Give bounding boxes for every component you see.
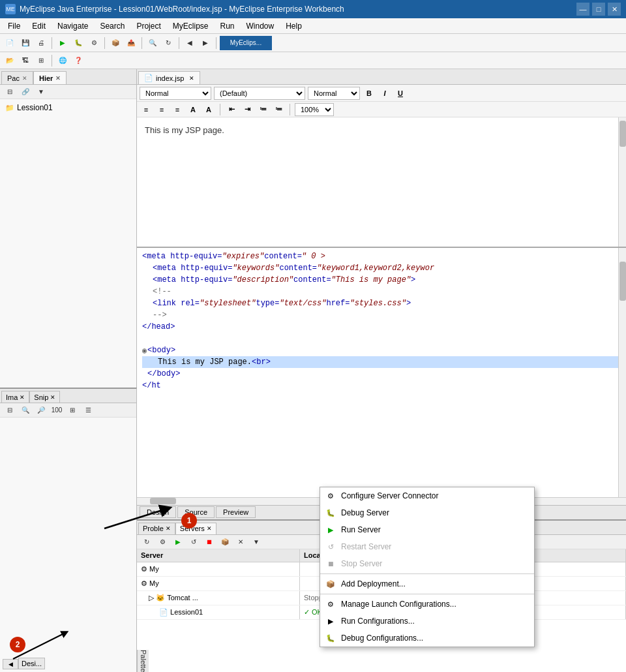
zoom-select[interactable]: 100% (295, 103, 334, 116)
debug-button[interactable]: 🐛 (71, 36, 85, 50)
tab-images[interactable]: Ima ✕ (1, 391, 29, 403)
menu-search[interactable]: Search (95, 20, 130, 32)
h-scroll-thumb[interactable] (150, 498, 176, 504)
menu-edit[interactable]: Edit (27, 20, 51, 32)
back-button[interactable]: ◀ (183, 36, 197, 50)
close-ima-tab[interactable]: ✕ (20, 394, 25, 401)
servers-deploy-btn[interactable]: 📦 (218, 534, 232, 549)
bl-btn6[interactable]: ☰ (81, 403, 95, 418)
search-button[interactable]: 🔍 (145, 36, 160, 50)
source-view[interactable]: <meta http-equiv="expires" content=" 0 >… (137, 248, 626, 497)
menu-help[interactable]: Help (280, 20, 307, 32)
help-button[interactable]: ❓ (71, 53, 85, 68)
close-button[interactable]: ✕ (608, 3, 621, 16)
servers-run-btn[interactable]: ▶ (171, 534, 185, 549)
highlight-btn[interactable]: A (186, 103, 200, 116)
bl-btn1[interactable]: ⊟ (3, 403, 17, 418)
design-scroll-thumb[interactable] (619, 121, 626, 147)
open-type-button[interactable]: 📂 (3, 53, 17, 68)
servers-refresh-btn[interactable]: ↻ (140, 534, 154, 549)
close-servers-tab[interactable]: ✕ (207, 525, 212, 532)
source-line-4: <!-- (142, 286, 621, 298)
tab-snippets[interactable]: Snip ✕ (29, 391, 60, 403)
menu-run-configs[interactable]: ▶ Run Configurations... (320, 613, 534, 630)
palette-sidebar[interactable]: Palette (137, 650, 149, 672)
design-scrollbar[interactable] (618, 117, 626, 247)
close-pac-tab[interactable]: ✕ (22, 75, 27, 82)
window-controls[interactable]: — □ ✕ (576, 3, 621, 16)
forward-button[interactable]: ▶ (198, 36, 213, 50)
run-button[interactable]: ▶ (55, 36, 70, 50)
align-center-btn[interactable]: ≡ (155, 103, 168, 116)
servers-remove-btn[interactable]: ✕ (233, 534, 248, 549)
ol-btn[interactable]: ≔ (256, 103, 269, 116)
browse-button[interactable]: 🌐 (55, 53, 70, 68)
italic-button[interactable]: I (378, 87, 391, 100)
menu-run-server[interactable]: ▶ Run Server (320, 521, 534, 538)
font-family-dropdown[interactable]: (Default) (214, 87, 305, 100)
perspective-button[interactable]: ⊞ (34, 53, 48, 68)
editor-format-toolbar: Normal (Default) Normal B I U (137, 85, 626, 102)
deploy-button[interactable]: 📦 (108, 36, 123, 50)
menu-navigate[interactable]: Navigate (52, 20, 93, 32)
servers-restart-btn[interactable]: ↺ (186, 534, 201, 549)
preview-mode-tab[interactable]: Preview (216, 506, 256, 518)
ul-btn[interactable]: ≔ (272, 103, 285, 116)
close-snip-tab[interactable]: ✕ (50, 394, 55, 401)
maximize-button[interactable]: □ (592, 3, 605, 16)
menu-project[interactable]: Project (131, 20, 166, 32)
minimize-button[interactable]: — (576, 3, 589, 16)
design-tab-label[interactable]: Desi... (18, 658, 45, 669)
menu-debug-server[interactable]: 🐛 Debug Server (320, 504, 534, 521)
menu-debug-configs[interactable]: 🐛 Debug Configurations... (320, 630, 534, 647)
collapse-all-button[interactable]: ⊟ (3, 85, 17, 99)
menu-manage-launch[interactable]: ⚙ Manage Launch Configurations... (320, 596, 534, 613)
editor-tab-index-jsp[interactable]: 📄 index.jsp ✕ (138, 71, 200, 84)
print-button[interactable]: 🖨 (34, 36, 48, 50)
menu-myeclipse[interactable]: MyEclipse (168, 20, 214, 32)
tab-hierarchy[interactable]: Hier ✕ (33, 71, 67, 84)
link-editor-button[interactable]: 🔗 (18, 85, 33, 99)
tab-problems[interactable]: Proble ✕ (138, 523, 175, 534)
tree-item-lession01[interactable]: 📁 Lession01 (3, 102, 134, 114)
font-color-btn[interactable]: A (202, 103, 215, 116)
server-button[interactable]: ⚙ (87, 36, 101, 50)
style-dropdown-1[interactable]: Normal (140, 87, 211, 100)
style-dropdown-2[interactable]: Normal (308, 87, 360, 100)
menu-configure-server[interactable]: ⚙ Configure Server Connector (320, 487, 534, 504)
collapse-left-btn[interactable]: ◀ (3, 659, 18, 669)
save-button[interactable]: 💾 (18, 36, 33, 50)
servers-stop-btn[interactable]: ⏹ (202, 534, 216, 549)
outdent-btn[interactable]: ⇥ (241, 103, 254, 116)
align-right-btn[interactable]: ≡ (171, 103, 184, 116)
source-scrollbar[interactable] (618, 248, 626, 497)
bl-btn3[interactable]: 🔎 (34, 403, 48, 418)
close-problems-tab[interactable]: ✕ (166, 525, 171, 532)
secondary-toolbar: 📂 🏗 ⊞ 🌐 ❓ (0, 52, 626, 69)
align-left-btn[interactable]: ≡ (140, 103, 153, 116)
menu-add-deployment[interactable]: 📦 Add Deployment... (320, 575, 534, 592)
undeploy-button[interactable]: 📤 (124, 36, 138, 50)
myeclipse-button[interactable]: MyEclips... (220, 36, 272, 50)
design-mode-tab[interactable]: Design (140, 506, 176, 518)
close-hier-tab[interactable]: ✕ (55, 75, 61, 82)
explorer-menu-button[interactable]: ▼ (34, 85, 48, 99)
source-scroll-thumb[interactable] (619, 262, 626, 301)
close-editor-tab[interactable]: ✕ (189, 75, 194, 82)
servers-config-btn[interactable]: ⚙ (155, 534, 170, 549)
menu-window[interactable]: Window (241, 20, 280, 32)
servers-menu-btn[interactable]: ▼ (249, 534, 263, 549)
refresh-button[interactable]: ↻ (161, 36, 175, 50)
bl-btn2[interactable]: 🔍 (18, 403, 33, 418)
hierarchy-button[interactable]: 🏗 (18, 53, 33, 68)
bl-btn4[interactable]: 100 (50, 403, 64, 418)
align-sep (220, 104, 220, 115)
tab-package-explorer[interactable]: Pac ✕ (1, 71, 33, 84)
menu-file[interactable]: File (3, 20, 25, 32)
bold-button[interactable]: B (363, 87, 376, 100)
bl-btn5[interactable]: ⊞ (65, 403, 80, 418)
indent-btn[interactable]: ⇤ (225, 103, 238, 116)
menu-run[interactable]: Run (215, 20, 239, 32)
underline-button[interactable]: U (394, 87, 407, 100)
new-button[interactable]: 📄 (3, 36, 17, 50)
